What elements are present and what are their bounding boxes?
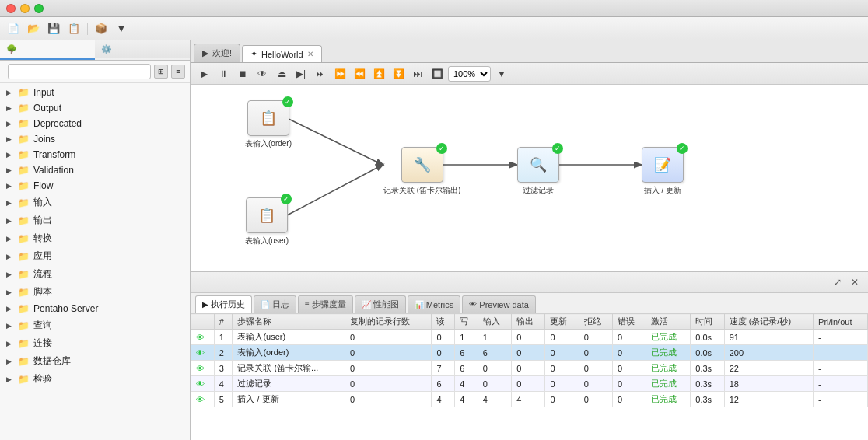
- sidebar-tree-item[interactable]: ▶📁Flow: [0, 178, 190, 194]
- table-cell: 200: [724, 345, 813, 361]
- pause-button[interactable]: ⏸: [215, 66, 232, 82]
- sidebar-tab-core[interactable]: ⚙️: [95, 40, 190, 60]
- package-icon[interactable]: 📦: [93, 20, 110, 37]
- minimize-button[interactable]: [20, 4, 30, 13]
- result-tab[interactable]: 📈性能图: [355, 295, 406, 313]
- search-input[interactable]: [8, 64, 151, 79]
- canvas-area[interactable]: 📋 ✓ 表输入(order) 🔧 ✓ 记录关联 (笛卡尔输出) 🔍 ✓: [191, 85, 868, 271]
- sidebar-tree-item[interactable]: ▶📁检验: [0, 370, 190, 388]
- expand-icon[interactable]: ⤢: [831, 275, 845, 289]
- zoom-select[interactable]: 100% 25% 50% 75% 150% 200%: [448, 66, 491, 82]
- editor-tab[interactable]: ✦HelloWorld✕: [242, 45, 322, 62]
- save-as-icon[interactable]: 📋: [65, 20, 82, 37]
- sidebar-tree-item[interactable]: ▶📁Output: [0, 100, 190, 116]
- tree-arrow-icon: ▶: [6, 166, 14, 174]
- table-row[interactable]: 👁2表输入(order)00660000已完成0.0s200-: [191, 345, 868, 361]
- sidebar-tab-main[interactable]: 🌳: [0, 40, 95, 60]
- sidebar-tree-item[interactable]: ▶📁Input: [0, 85, 190, 100]
- tree-item-label: 应用: [33, 250, 52, 263]
- table-row[interactable]: 👁4过滤记录06400000已完成0.3s18-: [191, 376, 868, 392]
- stop-button[interactable]: ⏹: [234, 66, 251, 82]
- fast-fwd-button[interactable]: ⏩: [331, 66, 348, 82]
- node-merge-check: ✓: [436, 143, 447, 154]
- close-results-icon[interactable]: ✕: [848, 275, 862, 289]
- result-tab[interactable]: ≡步骤度量: [298, 295, 353, 313]
- table-header-cell: 时间: [691, 314, 724, 330]
- table-cell: 6: [432, 376, 455, 392]
- tree-arrow-icon: ▶: [6, 182, 14, 190]
- result-tab[interactable]: 📊Metrics: [408, 295, 460, 313]
- table-row[interactable]: 👁1表输入(user)00110000已完成0.0s91-: [191, 330, 868, 345]
- node-insert-update[interactable]: 📝 ✓ 插入 / 更新: [642, 147, 684, 196]
- table-cell: 18: [724, 376, 813, 392]
- sidebar-tree-item[interactable]: ▶📁Pentaho Server: [0, 301, 190, 316]
- close-button[interactable]: [6, 4, 16, 13]
- table-cell: -: [814, 361, 868, 376]
- table-cell: 已完成: [646, 345, 691, 361]
- editor-tab[interactable]: ▶欢迎!: [194, 44, 240, 62]
- view-list-button[interactable]: ≡: [171, 65, 185, 79]
- preview-button[interactable]: 👁: [254, 66, 271, 82]
- table-header-cell: 写: [455, 314, 478, 330]
- results-table-wrap: #步骤名称复制的记录行数读写输入输出更新拒绝错误激活时间速度 (条记录/秒)Pr…: [191, 313, 868, 435]
- sidebar-tree-item[interactable]: ▶📁Deprecated: [0, 116, 190, 131]
- table-header-cell: #: [214, 314, 233, 330]
- sidebar-tree-item[interactable]: ▶📁Transform: [0, 147, 190, 162]
- window-controls: [6, 4, 44, 13]
- flow-connection-line: [287, 118, 383, 165]
- step-run-button[interactable]: ⏏: [273, 66, 290, 82]
- end-button[interactable]: ⏭: [409, 66, 426, 82]
- sidebar-tree-item[interactable]: ▶📁转换: [0, 229, 190, 247]
- node-filter[interactable]: 🔍 ✓ 过滤记录: [517, 147, 559, 196]
- table-user-icon: 📋: [258, 207, 275, 224]
- up-button[interactable]: ⏫: [370, 66, 387, 82]
- tree-arrow-icon: ▶: [6, 375, 14, 383]
- dropdown-icon[interactable]: ▼: [113, 20, 130, 37]
- rewind-button[interactable]: ⏪: [351, 66, 368, 82]
- sidebar-tree-item[interactable]: ▶📁输入: [0, 194, 190, 211]
- sidebar-tree-item[interactable]: ▶📁流程: [0, 265, 190, 283]
- table-cell: 2: [214, 345, 233, 361]
- sidebar-tree-item[interactable]: ▶📁Joins: [0, 131, 190, 147]
- table-cell: 0: [545, 361, 579, 376]
- sidebar-tree-item[interactable]: ▶📁查询: [0, 316, 190, 334]
- sidebar-tree-item[interactable]: ▶📁输出: [0, 211, 190, 229]
- table-cell: 1: [455, 330, 478, 345]
- run-button[interactable]: ▶: [195, 66, 212, 82]
- table-row[interactable]: 👁5插入 / 更新04444000已完成0.3s12-: [191, 392, 868, 407]
- open-icon[interactable]: 📂: [25, 20, 42, 37]
- result-tab[interactable]: 📄日志: [254, 295, 296, 313]
- node-merge[interactable]: 🔧 ✓ 记录关联 (笛卡尔输出): [383, 147, 460, 196]
- row-eye-icon: 👁: [191, 392, 215, 407]
- node-table-order[interactable]: 📋 ✓ 表输入(order): [245, 100, 292, 149]
- sidebar-tree-item[interactable]: ▶📁数据仓库: [0, 352, 190, 370]
- table-cell: 0: [613, 345, 646, 361]
- folder-icon: 📁: [18, 87, 30, 98]
- layout-button[interactable]: 🔲: [429, 66, 446, 82]
- down-button[interactable]: ⏬: [390, 66, 407, 82]
- save-icon[interactable]: 💾: [45, 20, 62, 37]
- run-next-button[interactable]: ▶|: [292, 66, 310, 82]
- sidebar-tree-item[interactable]: ▶📁连接: [0, 334, 190, 352]
- row-eye-icon: 👁: [191, 345, 215, 361]
- result-tab[interactable]: 👁Preview data: [462, 295, 536, 313]
- table-cell: 0: [512, 345, 545, 361]
- tab-label: HelloWorld: [261, 50, 303, 59]
- new-file-icon[interactable]: 📄: [5, 20, 22, 37]
- folder-icon: 📁: [18, 134, 30, 145]
- sidebar-tree-item[interactable]: ▶📁脚本: [0, 283, 190, 301]
- view-grid-button[interactable]: ⊞: [154, 65, 168, 79]
- core-icon: ⚙️: [101, 44, 112, 54]
- table-row[interactable]: 👁3记录关联 (笛卡尔输...07600000已完成0.3s22-: [191, 361, 868, 376]
- result-tab[interactable]: ▶执行历史: [195, 295, 252, 313]
- node-table-user[interactable]: 📋 ✓ 表输入(user): [245, 197, 289, 246]
- sidebar-tree-item[interactable]: ▶📁应用: [0, 247, 190, 265]
- table-cell: 0: [512, 330, 545, 345]
- sidebar-tree-item[interactable]: ▶📁Validation: [0, 162, 190, 178]
- table-cell: 0: [579, 376, 612, 392]
- maximize-button[interactable]: [34, 4, 44, 13]
- skip-button[interactable]: ⏭: [312, 66, 329, 82]
- tab-close-icon[interactable]: ✕: [307, 50, 313, 58]
- zoom-dropdown-icon[interactable]: ▼: [493, 66, 510, 82]
- tree-arrow-icon: ▶: [6, 135, 14, 143]
